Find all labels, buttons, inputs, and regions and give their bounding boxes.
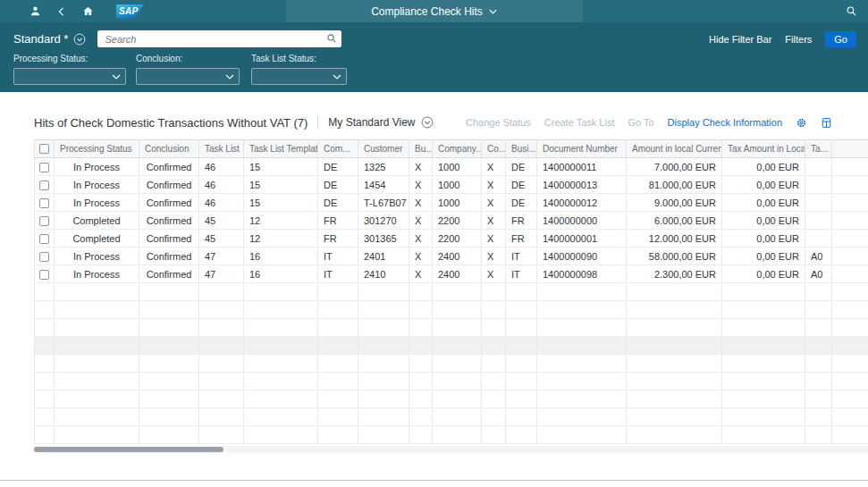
row-checkbox[interactable] [39, 270, 49, 280]
ta-cell: A0 [805, 265, 832, 283]
column-header-busi[interactable]: Busi... [506, 140, 537, 158]
filler-cell [832, 248, 868, 265]
column-header-ta[interactable]: Ta... [805, 140, 832, 158]
column-header-document-number[interactable]: Document Number [537, 140, 627, 158]
user-icon[interactable] [29, 5, 41, 17]
column-header-customer[interactable]: Customer [358, 140, 409, 158]
search-input[interactable] [97, 30, 341, 47]
row-checkbox[interactable] [39, 234, 49, 244]
page-footer [0, 480, 868, 487]
table-row[interactable]: In Process Confirmed 46 15 DE 1454 X 100… [35, 176, 868, 194]
busi-cell: DE [506, 176, 537, 194]
amount-cell: 58.000,00 EUR [627, 248, 722, 265]
bu-cell: X [409, 212, 433, 230]
ta-cell [805, 176, 832, 194]
filter-label: Processing Status: [13, 54, 126, 63]
ta-cell: A0 [805, 248, 832, 265]
com-cell: IT [318, 265, 358, 283]
task-list-template-link[interactable]: 12 [244, 212, 318, 230]
task-list-template-link[interactable]: 15 [244, 176, 318, 194]
chevron-down-circle-icon [421, 116, 434, 129]
task-list-link[interactable]: 47 [199, 248, 244, 265]
task-list-link[interactable]: 46 [199, 176, 244, 194]
company-cell: 1000 [433, 158, 482, 176]
company-cell: 2400 [433, 265, 482, 283]
search-icon[interactable] [846, 5, 857, 17]
go-button[interactable]: Go [825, 31, 856, 47]
row-checkbox[interactable] [39, 163, 49, 172]
row-checkbox[interactable] [39, 252, 49, 262]
chevron-down-icon [489, 9, 497, 14]
search-icon[interactable] [326, 33, 337, 46]
filter-fields: Processing Status: Conclusion: Task List… [0, 54, 868, 95]
task-list-link[interactable]: 46 [199, 194, 244, 212]
display-check-information-button[interactable]: Display Check Information [668, 117, 782, 128]
empty-row [35, 355, 868, 373]
scrollbar-thumb[interactable] [34, 447, 223, 452]
ta-cell [805, 230, 832, 248]
column-header-tax-amount-local-currency[interactable]: Tax Amount in Local C... [722, 140, 805, 158]
column-header-bu[interactable]: Bu... [409, 140, 433, 158]
processing-status-cell: In Process [55, 248, 139, 265]
amount-cell: 6.000,00 EUR [627, 212, 722, 230]
column-header-conclusion[interactable]: Conclusion [139, 140, 199, 158]
bu-cell: X [409, 248, 433, 265]
column-header-co[interactable]: Co... [482, 140, 506, 158]
row-checkbox[interactable] [39, 198, 49, 208]
task-list-link[interactable]: 45 [199, 212, 244, 230]
change-status-button[interactable]: Change Status [466, 117, 531, 128]
shell-right-area [846, 0, 857, 22]
conclusion-select[interactable] [136, 68, 240, 85]
create-task-list-button[interactable]: Create Task List [544, 117, 615, 128]
table-toolbar: Hits of Check Domestic Transactions With… [34, 111, 832, 134]
com-cell: DE [318, 176, 358, 194]
customer-cell: 301270 [358, 212, 409, 230]
horizontal-scrollbar[interactable] [34, 446, 868, 453]
table-row[interactable]: In Process Confirmed 47 16 IT 2410 X 240… [35, 265, 868, 283]
task-list-template-link[interactable]: 16 [244, 248, 318, 265]
filter-field-conclusion: Conclusion: [136, 54, 240, 85]
column-header-task-list-template[interactable]: Task List Template [244, 140, 318, 158]
table-row[interactable]: In Process Confirmed 46 15 DE 1325 X 100… [35, 158, 868, 176]
task-list-status-select[interactable] [251, 68, 347, 85]
view-selector[interactable]: My Standard View [328, 116, 433, 129]
column-header-amount-local-currency[interactable]: Amount in local Curren... [627, 140, 722, 158]
task-list-link[interactable]: 45 [199, 230, 244, 248]
back-icon[interactable] [56, 6, 67, 17]
select-all-cell [35, 140, 55, 158]
export-to-spreadsheet-icon[interactable] [821, 117, 832, 129]
row-checkbox[interactable] [39, 181, 49, 190]
column-header-task-list[interactable]: Task List [199, 140, 244, 158]
processing-status-select[interactable] [13, 68, 126, 85]
row-checkbox[interactable] [39, 216, 49, 226]
app-title-button[interactable]: Compliance Check Hits [286, 0, 583, 22]
table-row[interactable]: In Process Confirmed 47 16 IT 2401 X 240… [35, 248, 868, 265]
task-list-template-link[interactable]: 16 [244, 265, 318, 283]
task-list-template-link[interactable]: 12 [244, 230, 318, 248]
hits-table: Processing Status Conclusion Task List T… [34, 139, 868, 444]
ta-cell [805, 194, 832, 212]
conclusion-cell: Confirmed [139, 212, 199, 230]
com-cell: IT [318, 248, 358, 265]
table-row[interactable]: In Process Confirmed 46 15 DE T-L67B07 X… [35, 194, 868, 212]
task-list-template-link[interactable]: 15 [244, 158, 318, 176]
task-list-template-link[interactable]: 15 [244, 194, 318, 212]
tax-amount-cell: 0,00 EUR [722, 158, 805, 176]
empty-row [35, 337, 868, 355]
hide-filter-bar-button[interactable]: Hide Filter Bar [709, 34, 771, 45]
home-icon[interactable] [82, 5, 94, 17]
go-to-button[interactable]: Go To [628, 117, 653, 128]
table-row[interactable]: Completed Confirmed 45 12 FR 301270 X 22… [35, 212, 868, 230]
variant-selector[interactable]: Standard * [13, 32, 86, 46]
task-list-link[interactable]: 47 [199, 265, 244, 283]
conclusion-cell: Confirmed [139, 176, 199, 194]
task-list-link[interactable]: 46 [199, 158, 244, 176]
column-header-com[interactable]: Com... [318, 140, 358, 158]
column-header-processing-status[interactable]: Processing Status [55, 140, 139, 158]
column-header-company[interactable]: Company... [433, 140, 482, 158]
sap-logo[interactable]: SAP [116, 4, 144, 19]
filters-button[interactable]: Filters [785, 34, 812, 45]
settings-icon[interactable] [796, 117, 807, 129]
table-row[interactable]: Completed Confirmed 45 12 FR 301365 X 22… [35, 230, 868, 248]
select-all-checkbox[interactable] [39, 144, 49, 154]
